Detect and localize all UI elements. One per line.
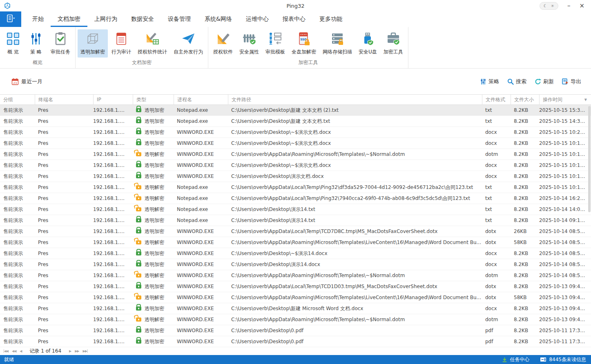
refresh-icon [535, 78, 541, 85]
minimize-button[interactable]: – [567, 3, 571, 9]
ribbon-item-secure-usb[interactable]: 安全U盘 [356, 29, 380, 58]
table-row[interactable]: 售前演示Pres192.168.1.241透明加密WINWORD.EXEC:\U… [0, 127, 591, 138]
column-header-9[interactable]: 操作时间▼ [539, 95, 591, 104]
refresh-button[interactable]: 刷新 [535, 78, 554, 85]
cell-time: 2025-10-14 16:20:28 [539, 195, 591, 201]
table-row[interactable]: 售前演示Pres192.168.1.241透明解密WINWORD.EXEC:\U… [0, 149, 591, 160]
cell-time: 2025-10-15 10:17:06 [539, 151, 591, 157]
next-fast-button[interactable]: ▶▶ [75, 349, 79, 353]
column-header-3[interactable]: IP [93, 95, 133, 104]
lock-open-icon [136, 207, 141, 211]
export-button[interactable]: 导出 [562, 78, 581, 85]
ribbon-item-behavior-audit-doc[interactable]: 行为审计 [109, 29, 134, 58]
cell-format: dotx [482, 295, 511, 300]
cell-group: 售前演示 [0, 316, 35, 323]
table-row[interactable]: 售前演示Pres192.168.1.241透明加密WINWORD.EXEC:\U… [0, 171, 591, 182]
cell-type: 透明加密 [133, 338, 174, 345]
ribbon-item-policy-sliders[interactable]: 策 略 [25, 29, 47, 58]
table-row[interactable]: 售前演示Pres192.168.1.241透明解密Notepad.exeC:\U… [0, 182, 591, 193]
column-header-5[interactable]: 进程名 [174, 95, 228, 104]
table-row[interactable]: 售前演示Pres192.168.1.241透明加密Notepad.exeC:\U… [0, 105, 591, 116]
lock-closed-icon [136, 163, 141, 167]
ribbon-item-approval-tasks[interactable]: 审批任务 [48, 29, 73, 58]
prev-page-button[interactable]: ◀ [20, 349, 22, 353]
tab-data-security[interactable]: 数据安全 [124, 11, 161, 27]
column-header-8[interactable]: 文件大小 [511, 95, 539, 104]
column-header-1[interactable]: 分组 [0, 95, 35, 104]
close-button[interactable]: × [579, 3, 584, 9]
message-icon [540, 357, 546, 362]
tab-more-features[interactable]: 更多功能 [312, 11, 349, 27]
tab-device-management[interactable]: 设备管理 [161, 11, 198, 27]
cell-group: 售前演示 [0, 327, 35, 334]
lock-closed-icon [136, 251, 141, 255]
tab-web-behavior[interactable]: 上网行为 [87, 11, 124, 27]
cell-format: dotx [482, 240, 511, 245]
cell-format: dotx [482, 284, 511, 289]
cell-format: dotm [482, 151, 511, 157]
ribbon-item-label: 透明加解密 [80, 49, 105, 55]
tab-report-center[interactable]: 报表中心 [276, 11, 312, 27]
task-center-button[interactable]: 任务中心 [502, 356, 529, 363]
ribbon-item-overview-grid[interactable]: 概 览 [2, 29, 24, 58]
type-label: 透明加密 [145, 217, 164, 224]
lock-open-icon [136, 240, 141, 244]
column-header-2[interactable]: 终端名 [35, 95, 93, 104]
column-header-6[interactable]: 文件路径 [228, 95, 482, 104]
app-menu-button[interactable] [0, 11, 21, 27]
column-header-7[interactable]: 文件格式 [482, 95, 511, 104]
table-row[interactable]: 售前演示Pres192.168.1.241透明解密WINWORD.EXEC:\U… [0, 314, 591, 325]
policy-button[interactable]: 策略 [480, 78, 499, 85]
table-row[interactable]: 售前演示Pres192.168.1.241透明解密Notepad.exeC:\U… [0, 193, 591, 204]
table-row[interactable]: 售前演示Pres192.168.1.241透明加密WINWORD.EXEC:\U… [0, 259, 591, 270]
cell-group: 售前演示 [0, 217, 35, 224]
ribbon-item-transparent-crypt-cube[interactable]: 透明加解密 [78, 29, 108, 58]
tab-doc-encryption[interactable]: 文档加密 [51, 11, 87, 27]
ribbon-item-approval-template[interactable]: 审批模板 [263, 29, 288, 58]
table-row[interactable]: 售前演示Pres192.168.1.241透明加密WINWORD.EXEC:\U… [0, 281, 591, 292]
cell-ip: 192.168.1.241 [93, 306, 133, 311]
prev-fast-button[interactable]: ◀◀ [12, 349, 16, 353]
sort-arrow-icon[interactable]: ▼ [584, 98, 587, 102]
ribbon-item-encrypt-toolbox[interactable]: 加密工具 [381, 29, 406, 58]
cell-type: 透明加密 [133, 173, 174, 180]
ping32-window: Ping32 ☾ ☀ – × 开始文档加密上网行为数据安全设备管理系统&网络运维… [0, 0, 591, 364]
table-row[interactable]: 售前演示Pres192.168.1.241透明加密WINWORD.EXEC:\U… [0, 138, 591, 149]
table-row[interactable]: 售前演示Pres192.168.1.241透明解密WINWORD.EXEC:\U… [0, 237, 591, 248]
ribbon-item-licensed-software-stats[interactable]: 授权软件统计 [135, 29, 170, 58]
unread-messages-button[interactable]: 8445条未读信息 [540, 356, 586, 363]
table-row[interactable]: 售前演示Pres192.168.1.241透明加密WINWORD.EXEC:\U… [0, 226, 591, 237]
table-row[interactable]: 售前演示Pres192.168.1.241透明解密Notepad.exeC:\U… [0, 204, 591, 215]
table-row[interactable]: 售前演示Pres192.168.1.241透明加密WINWORD.EXEC:\U… [0, 160, 591, 171]
table-row[interactable]: 售前演示Pres192.168.1.241透明加密WINWORD.EXEC:\U… [0, 248, 591, 259]
moon-icon[interactable]: ☾ [544, 4, 547, 8]
vertical-scrollbar[interactable] [588, 105, 591, 347]
cell-size: 58KB [511, 295, 539, 300]
search-button[interactable]: 搜索 [507, 78, 526, 85]
table-row[interactable]: 售前演示Pres192.168.1.241透明解密WINWORD.EXEC:\U… [0, 292, 591, 303]
scrollbar-thumb[interactable] [588, 106, 591, 212]
ribbon-item-network-storage-lock[interactable]: 网络存储扫描 [320, 29, 355, 58]
cell-path: C:\Users\overb\Desktop\演示文档.docx [228, 173, 482, 180]
ribbon-item-outgoing-plane[interactable]: 自主外发行为 [171, 29, 206, 58]
table-row[interactable]: 售前演示Pres192.168.1.241透明加密Notepad.exeC:\U… [0, 116, 591, 127]
table-row[interactable]: 售前演示Pres192.168.1.241透明加密WINWORD.EXEC:\U… [0, 336, 591, 347]
tab-start[interactable]: 开始 [25, 11, 51, 27]
table-row[interactable]: 售前演示Pres192.168.1.241透明加密WINWORD.EXEC:\U… [0, 303, 591, 314]
first-page-button[interactable]: |◀◀ [3, 349, 8, 353]
column-header-4[interactable]: 类型 [133, 95, 174, 104]
date-range-filter[interactable]: 23 最近一月 [11, 78, 42, 85]
table-row[interactable]: 售前演示Pres192.168.1.241透明加密Notepad.exeC:\U… [0, 215, 591, 226]
next-page-button[interactable]: ▶ [69, 349, 71, 353]
ribbon-item-ssd-lock[interactable]: SSD全盘加解密 [289, 29, 319, 58]
table-row[interactable]: 售前演示Pres192.168.1.241透明解密WINWORD.EXEC:\U… [0, 270, 591, 281]
ribbon-item-licensed-software[interactable]: 授权软件 [210, 29, 236, 58]
table-row[interactable]: 售前演示Pres192.168.1.241透明加密WINWORD.EXEC:\U… [0, 325, 591, 336]
theme-toggle[interactable]: ☾ ☀ [540, 2, 558, 10]
tab-system-network[interactable]: 系统&网络 [198, 11, 239, 27]
tab-ops-center[interactable]: 运维中心 [239, 11, 276, 27]
ribbon-item-security-fence[interactable]: 安全属性 [236, 29, 262, 58]
cell-process: WINWORD.EXE [174, 339, 228, 344]
last-page-button[interactable]: ▶▶| [83, 349, 88, 353]
sun-icon[interactable]: ☀ [551, 4, 554, 8]
